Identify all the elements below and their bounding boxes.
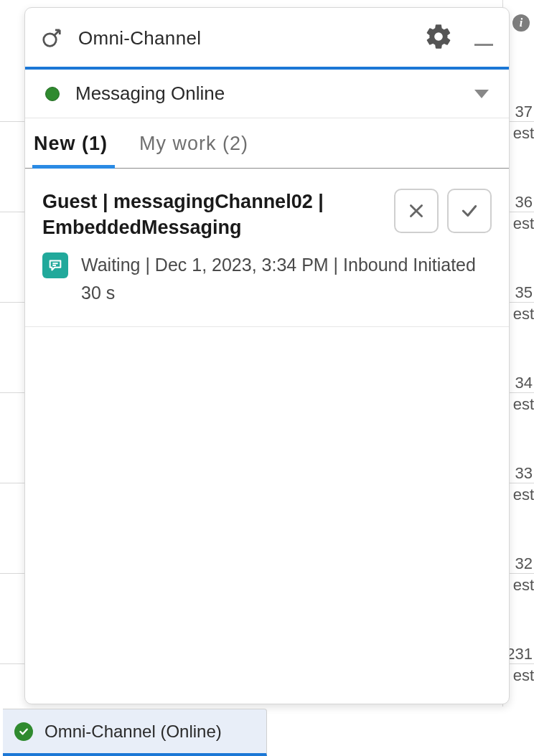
decline-button[interactable]: [394, 189, 439, 233]
tab-my-work[interactable]: My work (2): [138, 123, 256, 168]
status-label: Messaging Online: [75, 82, 459, 105]
work-item-actions: [394, 189, 492, 233]
minimize-icon[interactable]: [474, 44, 493, 46]
work-item-header: Guest | messagingChannel02 | EmbeddedMes…: [42, 189, 492, 241]
chevron-down-icon: [474, 90, 489, 98]
panel-header: Omni-Channel: [25, 8, 509, 70]
work-item[interactable]: Guest | messagingChannel02 | EmbeddedMes…: [25, 169, 509, 327]
work-item-meta-row: Waiting | Dec 1, 2023, 3:34 PM | Inbound…: [42, 251, 492, 307]
svg-point-0: [44, 34, 57, 47]
work-item-state: Waiting: [81, 255, 140, 275]
omni-channel-icon: [41, 27, 62, 49]
work-item-meta: Waiting | Dec 1, 2023, 3:34 PM | Inbound…: [81, 251, 476, 307]
panel-title: Omni-Channel: [78, 27, 408, 49]
footer-omni-tab[interactable]: Omni-Channel (Online): [3, 709, 267, 756]
gear-icon[interactable]: [424, 22, 453, 54]
tab-new[interactable]: New (1): [32, 123, 115, 169]
footer-label: Omni-Channel (Online): [44, 722, 222, 742]
status-bar[interactable]: Messaging Online: [25, 70, 509, 118]
omni-channel-panel: Omni-Channel Messaging Online New (1) My…: [24, 7, 510, 704]
info-icon[interactable]: i: [512, 14, 530, 32]
work-item-timestamp: Dec 1, 2023, 3:34 PM: [155, 255, 329, 275]
work-item-title: Guest | messagingChannel02 | EmbeddedMes…: [42, 189, 385, 241]
accept-button[interactable]: [447, 189, 492, 233]
tabs: New (1) My work (2): [25, 123, 509, 169]
work-item-direction: Inbound Initiated: [343, 255, 476, 275]
online-check-icon: [14, 722, 33, 741]
status-dot-icon: [45, 87, 60, 101]
work-item-elapsed: 30 s: [81, 283, 115, 303]
bg-sub: est: [513, 666, 534, 685]
chat-icon: [42, 252, 68, 278]
